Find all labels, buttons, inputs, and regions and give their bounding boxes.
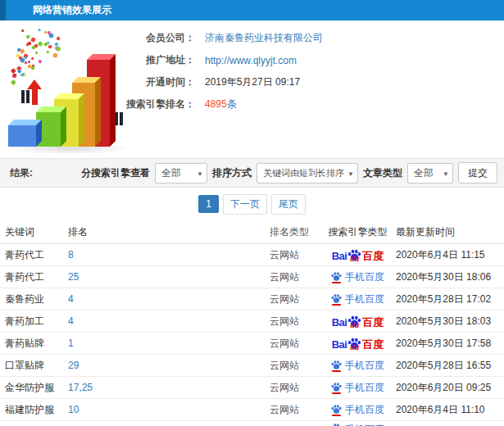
sort-select[interactable]: 关键词由短到长排序 ▼ [257,163,358,184]
confetti-dot [28,61,30,63]
filter-bar: 结果: 分搜索引擎查看 全部 ▼ 排序方式 关键词由短到长排序 ▼ 文章类型 全… [0,158,504,188]
rank-link[interactable]: 10 [68,404,79,415]
update-time-cell: 2020年5月28日 17:02 [393,292,504,306]
col-update-time: 最新更新时间 [393,225,504,239]
table-header: 关键词 排名 排名类型 搜索引擎类型 最新更新时间 [0,220,504,244]
results-table: 关键词 排名 排名类型 搜索引擎类型 最新更新时间 膏药代工8云网站Baidu百… [0,220,504,426]
table-row: 膏药代工25云网站手机百度2020年5月30日 18:06 [0,266,504,288]
rank-link[interactable]: 4 [68,315,74,327]
chevron-down-icon: ▼ [347,164,354,184]
confetti-dot [48,34,53,39]
page-button-current[interactable]: 1 [198,195,219,213]
sort-label: 排序方式 [212,166,252,180]
rank-type-cell: 云网站 [270,292,323,306]
titlebar: 网络营销效果展示 [0,0,504,20]
engine-type-cell: Baidu百度 [323,338,393,350]
confetti-dot [23,73,26,76]
rank-link[interactable]: 17,25 [68,382,93,393]
promotion-url-row: 推广地址： http://www.qlyyjt.com [79,49,501,71]
rank-type-cell: 云网站 [270,359,323,373]
confetti-dot [30,57,34,61]
baidu-mobile-badge: 手机百度 [331,271,384,283]
baidu-mobile-paw-icon [331,423,342,426]
rank-unit-link[interactable]: 条 [227,98,237,110]
baidu-mobile-badge: 手机百度 [331,360,384,372]
confetti-dot [47,50,50,53]
keyword-cell: 膏药加工 [0,315,68,329]
table-row: 膏药贴牌1云网站Baidu百度2020年5月30日 17:58 [0,333,504,355]
page-title: 网络营销效果展示 [33,4,111,16]
update-time-cell: 2020年6月20日 09:25 [393,381,504,395]
engine-type-cell: 手机百度 [323,360,393,372]
member-company-link[interactable]: 济南秦鲁药业科技有限公司 [205,31,323,45]
next-page-button[interactable]: 下一页 [223,194,267,215]
confetti-dot [34,52,38,55]
baidu-mobile-badge: 手机百度 [331,293,384,306]
baidu-mobile-badge: 手机百度 [331,423,384,426]
rank-type-cell: 云网站 [270,381,323,395]
article-type-selected: 全部 [414,167,434,179]
table-body: 膏药代工8云网站Baidu百度2020年6月4日 11:15膏药代工25云网站手… [0,244,504,426]
promotion-url-link[interactable]: http://www.qlyyjt.com [205,55,297,66]
last-page-button[interactable]: 尾页 [271,194,306,215]
baidu-pc-logo: Baidu百度 [332,338,384,350]
open-time-value: 2019年5月27日 09:17 [205,75,300,89]
rank-link[interactable]: 25 [68,271,79,283]
confetti-dot [25,43,29,47]
update-time-cell: 2020年5月30日 17:58 [393,337,504,351]
engine-type-cell: 手机百度 [323,382,393,394]
baidu-mobile-paw-icon [331,271,342,283]
baidu-mobile-paw-icon [331,293,342,306]
article-type-label: 文章类型 [363,166,402,180]
chevron-down-icon: ▼ [197,164,203,184]
member-company-row: 会员公司： 济南秦鲁药业科技有限公司 [79,27,501,49]
engine-type-cell: Baidu百度 [323,249,393,261]
open-time-row: 开通时间： 2019年5月27日 09:17 [79,71,501,93]
table-row: 膏药加工4云网站Baidu百度2020年5月30日 18:03 [0,310,504,333]
rank-link[interactable]: 1 [68,338,74,349]
confetti-dot [54,42,58,46]
article-type-select[interactable]: 全部 ▼ [407,163,453,184]
engine-type-cell: 手机百度 [323,293,393,306]
confetti-dot [39,29,41,31]
engine-rank-row: 搜索引擎排名： 4895条 [79,93,501,116]
rank-link[interactable]: 4 [68,293,74,305]
keyword-cell: 膏药贴牌 [0,337,68,351]
baidu-pc-logo: Baidu百度 [332,249,384,261]
confetti-dot [56,37,61,42]
baidu-mobile-paw-icon [331,382,342,394]
chart-bar-1 [8,125,36,147]
table-row: 口罩贴牌29云网站手机百度2020年5月28日 16:55 [0,355,504,377]
rank-type-cell: 云网站 [270,270,323,284]
engine-type-cell: 手机百度 [323,404,393,416]
engine-view-selected: 全部 [161,167,181,179]
keyword-cell: 福建防护服 [0,403,68,417]
update-time-cell: 2020年6月4日 11:15 [393,248,504,262]
rank-type-cell: 云网站 [270,315,323,329]
baidu-paw-icon: du [347,249,361,261]
chevron-down-icon: ▼ [443,164,449,184]
table-row: 手机百度 [0,421,504,426]
update-time-cell: 2020年5月28日 16:55 [393,359,504,373]
sort-selected: 关键词由短到长排序 [263,168,344,178]
confetti-dot [38,60,42,64]
col-rank: 排名 [68,225,270,239]
filter-group: 分搜索引擎查看 全部 ▼ 排序方式 关键词由短到长排序 ▼ 文章类型 全部 ▼ … [81,162,497,184]
result-label: 结果: [10,166,33,180]
update-time-cell: 2020年5月30日 18:03 [393,315,504,329]
engine-type-cell: 手机百度 [323,271,393,283]
submit-button[interactable]: 提交 [458,162,497,184]
engine-view-select[interactable]: 全部 ▼ [155,163,207,184]
table-row: 膏药代工8云网站Baidu百度2020年6月4日 11:15 [0,244,504,266]
baidu-pc-logo: Baidu百度 [332,315,384,328]
confetti-dot [31,66,34,69]
rank-link[interactable]: 29 [68,360,79,371]
keyword-cell: 秦鲁药业 [0,292,68,306]
baidu-mobile-paw-icon [331,360,342,372]
keyword-cell: 金华防护服 [0,381,68,395]
rank-link[interactable]: 8 [68,249,74,261]
engine-view-label: 分搜索引擎查看 [81,166,150,180]
baidu-mobile-badge: 手机百度 [331,404,384,416]
confetti-dot [48,44,52,48]
update-time-cell: 2020年6月4日 11:10 [393,403,504,417]
